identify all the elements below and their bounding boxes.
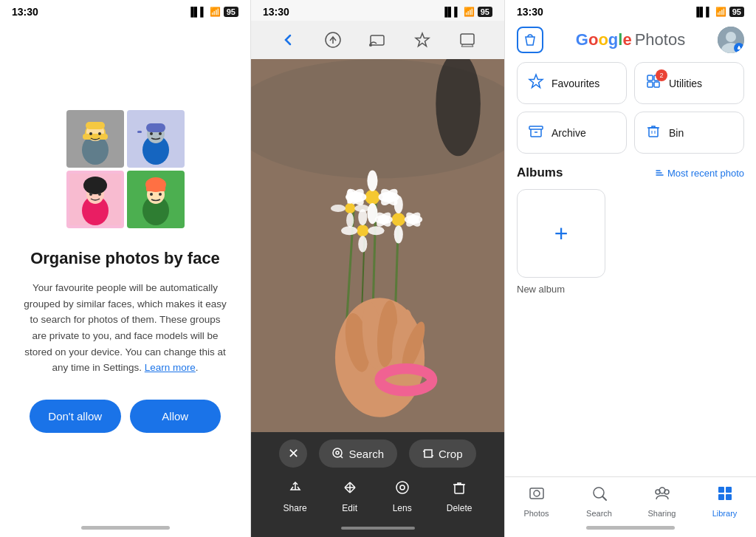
nav-photos[interactable]: Photos (515, 485, 559, 518)
face-svg-2 (130, 113, 182, 165)
svg-point-43 (367, 170, 377, 191)
google-photos-title: GooglePhotos (576, 30, 685, 49)
lens-action[interactable]: Lens (393, 479, 412, 513)
close-button[interactable]: ✕ (279, 439, 307, 468)
time-p1: 13:30 (12, 6, 38, 18)
svg-point-13 (159, 132, 162, 135)
sharing-nav-icon (653, 485, 671, 507)
svg-point-42 (365, 190, 379, 205)
bin-icon (645, 123, 662, 143)
bin-card[interactable]: Bin (634, 112, 744, 154)
svg-rect-104 (654, 82, 659, 87)
svg-marker-33 (416, 33, 429, 47)
nav-search[interactable]: Search (577, 485, 622, 518)
face-cell-3 (66, 171, 124, 228)
svg-point-53 (394, 225, 403, 243)
nav-sharing[interactable]: Sharing (640, 485, 684, 518)
nav-library[interactable]: Library (703, 485, 747, 518)
favourites-card[interactable]: Favourites (517, 62, 627, 104)
home-bar-p1 (81, 526, 170, 530)
wifi-icon: 📶 (210, 7, 221, 17)
svg-line-87 (345, 488, 350, 493)
svg-point-32 (369, 44, 372, 47)
svg-point-6 (89, 132, 92, 135)
svg-rect-118 (718, 487, 724, 493)
delete-label: Delete (447, 503, 472, 513)
svg-rect-80 (425, 450, 432, 457)
svg-point-68 (341, 226, 357, 235)
wifi-icon-p3: 📶 (715, 7, 726, 17)
crop-pill-button[interactable]: Crop (409, 439, 476, 468)
utilities-label: Utilities (669, 78, 702, 89)
allow-button[interactable]: Allow (130, 400, 221, 433)
most-recent-link[interactable]: Most recent photo (655, 168, 744, 179)
home-indicator-p1 (0, 522, 250, 537)
svg-point-52 (394, 196, 403, 213)
svg-point-62 (346, 213, 354, 228)
photo-display (251, 59, 504, 432)
user-avatar[interactable] (718, 27, 744, 53)
photo-toolbar (251, 21, 504, 59)
upload-icon[interactable] (321, 28, 345, 52)
learn-more-link[interactable]: Learn more (145, 362, 196, 373)
more-icon[interactable] (456, 28, 479, 52)
home-indicator-p3 (505, 522, 756, 537)
search-crop-row: ✕ Search Crop (251, 439, 504, 468)
share-icon (287, 479, 303, 500)
delete-action[interactable]: Delete (447, 479, 472, 513)
svg-line-86 (350, 488, 355, 493)
panel-photo-viewer: 13:30 ▐▌▌ 📶 95 (251, 0, 505, 537)
sort-icon (655, 168, 665, 178)
sharing-nav-label: Sharing (648, 509, 676, 518)
home-bar-p3 (586, 526, 675, 530)
dont-allow-button[interactable]: Don't allow (30, 400, 121, 433)
svg-rect-4 (86, 122, 105, 129)
shop-bag-icon[interactable] (517, 27, 543, 53)
face-svg-4 (130, 174, 182, 225)
back-icon[interactable] (276, 28, 300, 52)
svg-point-26 (159, 193, 162, 196)
star-card-icon (528, 73, 544, 93)
star-icon[interactable] (410, 28, 434, 52)
share-label: Share (284, 503, 307, 513)
svg-point-90 (396, 482, 408, 493)
share-action[interactable]: Share (284, 479, 307, 513)
photo-svg (251, 59, 504, 432)
edit-label: Edit (342, 503, 357, 513)
edit-action[interactable]: Edit (342, 479, 358, 513)
search-pill-button[interactable]: Search (319, 439, 397, 468)
svg-point-7 (98, 132, 101, 135)
search-nav-label: Search (586, 509, 612, 518)
bottom-navigation: Photos Search Sharing Library (505, 476, 756, 522)
svg-rect-28 (159, 181, 165, 191)
svg-rect-11 (146, 123, 165, 132)
svg-rect-107 (649, 128, 658, 137)
face-organise-title: Organise photos by face (30, 249, 220, 268)
crop-icon (422, 448, 434, 459)
albums-title: Albums (517, 165, 563, 180)
google-photos-header: GooglePhotos (505, 21, 756, 62)
photos-nav-label: Photos (523, 509, 549, 518)
photos-nav-icon (528, 485, 546, 507)
archive-card[interactable]: Archive (517, 112, 627, 154)
new-album-card[interactable]: + (517, 189, 605, 278)
utilities-card[interactable]: 2 Utilities (634, 62, 744, 104)
svg-point-60 (345, 203, 355, 213)
svg-point-12 (150, 132, 153, 135)
lens-label: Lens (393, 503, 412, 513)
svg-point-95 (726, 32, 736, 42)
signal-icon: ▐▌▌ (188, 7, 207, 17)
panel-face-organise: 13:30 ▐▌▌ 📶 95 (0, 0, 251, 537)
svg-line-85 (350, 482, 355, 488)
cast-icon[interactable] (365, 28, 389, 52)
status-bar-p1: 13:30 ▐▌▌ 📶 95 (0, 0, 250, 21)
svg-point-112 (534, 490, 540, 496)
panel-google-photos: 13:30 ▐▌▌ 📶 95 GooglePhotos (505, 0, 756, 537)
svg-point-25 (150, 193, 153, 196)
svg-line-79 (340, 456, 343, 458)
new-album-label: New album (517, 284, 744, 295)
svg-rect-99 (738, 46, 740, 48)
svg-rect-111 (530, 488, 543, 499)
face-cell-4 (127, 171, 185, 228)
utilities-icon: 2 (645, 73, 662, 93)
